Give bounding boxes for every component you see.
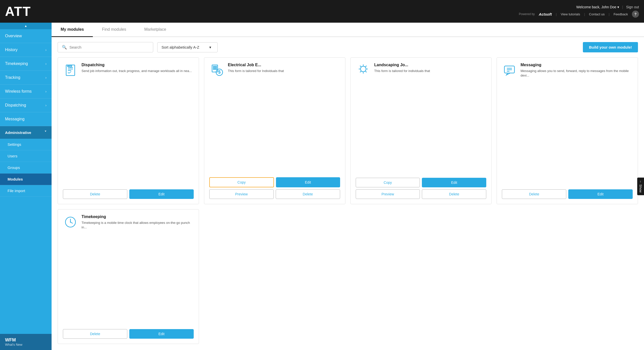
sidebar-item-file-import[interactable]: File import [0,185,52,197]
sidebar-item-history[interactable]: History › [0,43,52,57]
copy-landscaping-button[interactable]: Copy [356,178,420,187]
module-title: Timekeeping [82,215,194,219]
btn-row-2: Preview Delete [209,189,340,199]
module-card-header: Landscaping Jo... This form is tailored … [356,63,487,78]
preview-electrical-button[interactable]: Preview [209,189,274,199]
top-header: ATT Welcome back, John Doe ▾ | Sign out … [0,0,644,23]
build-module-button[interactable]: Build your own module! [583,42,638,52]
sidebar-item-label: Wireless forms [5,89,32,94]
sidebar-administrative-section[interactable]: Administrative ˅ [0,126,52,139]
app-logo: ATT [5,4,31,19]
help-button[interactable]: ? [632,11,639,18]
delete-timekeeping-button[interactable]: Delete [63,329,127,339]
show-panel-toggle[interactable]: ← Show [637,178,644,195]
chevron-right-icon: › [45,48,47,52]
contact-us-link[interactable]: Contact us [589,12,605,16]
module-title: Electrical Job E... [228,63,340,67]
content-area: My modules Find modules Marketplace 🔍 So… [52,23,644,350]
sidebar-item-label: Timekeeping [5,61,28,66]
svg-text:$: $ [218,69,221,75]
sort-label: Sort alphabetically A-Z [162,45,199,49]
chevron-down-icon: ▾ [209,45,211,50]
svg-rect-7 [213,66,215,67]
main-layout: ▲ Overview History › Timekeeping › Track… [0,23,644,350]
svg-point-29 [70,222,71,223]
tab-my-modules[interactable]: My modules [52,23,93,37]
sidebar: ▲ Overview History › Timekeeping › Track… [0,23,52,350]
module-info: Electrical Job E... This form is tailore… [228,63,340,73]
chevron-right-icon: › [45,89,47,93]
whats-new-link[interactable]: What's New [5,343,47,346]
powered-by-text: Powered by [519,12,535,16]
preview-landscaping-button[interactable]: Preview [356,189,420,199]
svg-line-20 [366,66,367,67]
btn-row: Delete Edit [502,189,633,199]
delete-messaging-button[interactable]: Delete [502,189,566,199]
sign-out-link[interactable]: Sign out [626,5,639,9]
edit-dispatching-button[interactable]: Edit [129,189,194,199]
sidebar-item-tracking[interactable]: Tracking › [0,71,52,85]
svg-line-21 [360,71,361,72]
module-actions: Delete Edit [502,189,633,199]
sidebar-item-settings[interactable]: Settings [0,139,52,150]
sidebar-item-label: Dispatching [5,103,26,108]
module-actions: Delete Edit [63,329,194,339]
edit-landscaping-button[interactable]: Edit [422,178,486,187]
divider: | [622,5,623,9]
delete-electrical-button[interactable]: Delete [276,189,340,199]
view-tutorials-link[interactable]: View tutorials [561,12,580,16]
module-actions: Delete Edit [63,189,194,199]
edit-timekeeping-button[interactable]: Edit [129,329,194,339]
edit-electrical-button[interactable]: Edit [276,177,340,187]
tab-marketplace[interactable]: Marketplace [135,23,175,37]
sidebar-item-label: History [5,48,18,52]
tabs-bar: My modules Find modules Marketplace [52,23,644,37]
sidebar-item-messaging[interactable]: Messaging [0,112,52,126]
delete-dispatching-button[interactable]: Delete [63,189,127,199]
module-card-header: Messaging Messaging allows you to send, … [502,63,633,78]
svg-rect-8 [215,66,217,67]
electrical-icon: $ [209,63,224,78]
dispatching-icon [63,63,78,78]
header-right: Welcome back, John Doe ▾ | Sign out Powe… [519,5,639,18]
module-info: Messaging Messaging allows you to send, … [520,63,633,78]
header-bottom-row: Powered by Actsoft | View tutorials | Co… [519,11,639,18]
sidebar-item-timekeeping[interactable]: Timekeeping › [0,57,52,71]
sidebar-scroll-up[interactable]: ▲ [0,23,52,29]
btn-row: Delete Edit [63,329,194,339]
sidebar-item-modules[interactable]: Modules [0,173,52,185]
module-title: Landscaping Jo... [374,63,487,67]
edit-messaging-button[interactable]: Edit [568,189,633,199]
divider3: | [584,12,585,16]
search-box: 🔍 [58,42,153,52]
module-desc: This form is tailored for individuals th… [374,69,487,73]
module-card-landscaping: Landscaping Jo... This form is tailored … [350,57,492,204]
sidebar-item-label: Overview [5,34,22,38]
module-desc: Send job information out, track progress… [82,69,194,73]
copy-electrical-button[interactable]: Copy [209,177,274,187]
tab-find-modules[interactable]: Find modules [93,23,135,37]
search-input[interactable] [69,45,149,49]
feedback-link[interactable]: Feedback [614,12,628,16]
sidebar-item-wireless-forms[interactable]: Wireless forms › [0,85,52,98]
sidebar-item-overview[interactable]: Overview [0,29,52,43]
sidebar-item-users[interactable]: Users [0,150,52,162]
delete-landscaping-button[interactable]: Delete [422,189,486,199]
divider2: | [556,12,557,16]
svg-point-13 [360,66,366,72]
chevron-down-icon: ˅ [45,130,47,135]
sidebar-item-dispatching[interactable]: Dispatching › [0,98,52,112]
btn-row: Delete Edit [63,189,194,199]
welcome-text[interactable]: Welcome back, John Doe ▾ [576,5,619,9]
sidebar-item-groups[interactable]: Groups [0,162,52,173]
show-panel-label: Show [639,184,642,193]
chevron-right-icon: › [45,62,47,66]
svg-rect-9 [213,68,215,69]
divider4: | [609,12,610,16]
sort-select[interactable]: Sort alphabetically A-Z ▾ [157,42,218,52]
module-info: Timekeeping Timekeeping is a mobile time… [82,215,194,230]
module-info: Dispatching Send job information out, tr… [82,63,194,73]
svg-rect-10 [215,68,217,69]
module-card-timekeeping: Timekeeping Timekeeping is a mobile time… [58,209,199,344]
btn-row-2: Preview Delete [356,189,487,199]
